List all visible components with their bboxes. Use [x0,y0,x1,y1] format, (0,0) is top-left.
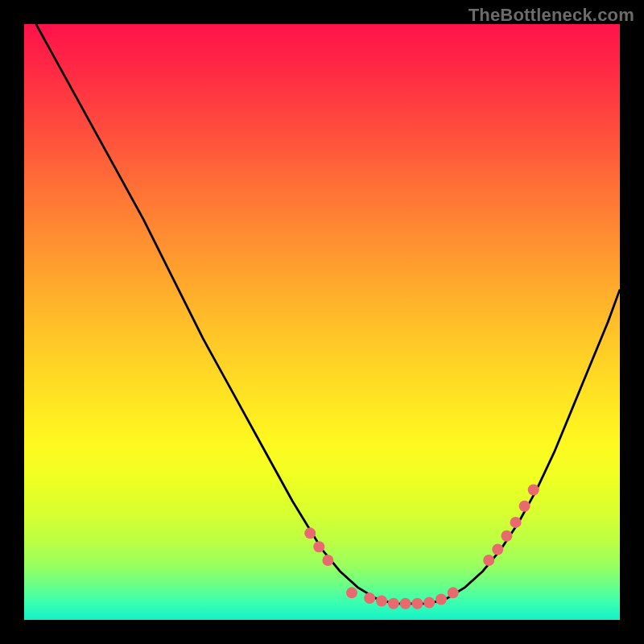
marker-point [528,485,539,496]
chart-container: TheBottleneck.com [0,0,644,644]
marker-point [423,597,435,608]
watermark-text: TheBottleneck.com [469,5,634,26]
marker-point [483,555,494,566]
marker-point [411,598,423,609]
marker-point [388,598,399,609]
marker-point [313,541,324,552]
marker-point [376,595,387,606]
chart-svg [24,24,620,620]
bottleneck-curve [36,24,620,604]
marker-point [492,544,503,555]
marker-group [304,485,539,609]
marker-point [510,517,522,528]
marker-point [436,593,447,605]
marker-point [304,527,316,539]
marker-point [501,530,512,542]
marker-point [364,592,375,604]
marker-point [322,555,333,566]
marker-point [448,587,459,598]
marker-point [346,587,357,598]
marker-point [519,501,530,512]
plot-area [24,24,620,620]
marker-point [400,598,411,609]
